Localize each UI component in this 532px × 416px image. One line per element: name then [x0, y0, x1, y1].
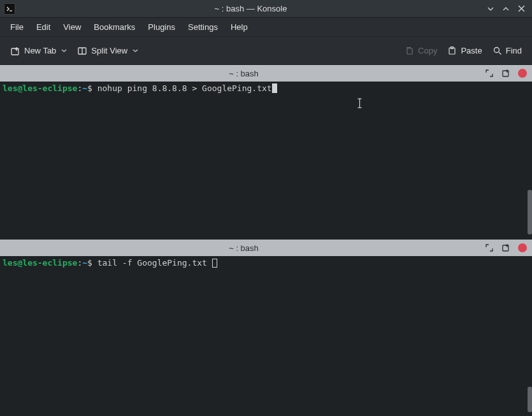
search-icon — [492, 46, 502, 55]
svg-line-12 — [499, 52, 501, 55]
terminal-pane-2[interactable]: les@les-eclipse:~$ tail -f GooglePing.tx… — [0, 256, 532, 416]
text-cursor — [272, 83, 277, 93]
menu-edit[interactable]: Edit — [30, 19, 57, 35]
menu-bookmarks[interactable]: Bookmarks — [87, 19, 141, 35]
copy-icon — [405, 46, 414, 55]
app-icon — [4, 3, 15, 15]
pane2-close-icon[interactable] — [517, 242, 528, 254]
toolbar: New Tab Split View Copy Paste Find — [0, 37, 532, 65]
prompt-dollar: $ — [87, 258, 97, 268]
scrollbar-thumb[interactable] — [528, 387, 532, 412]
prompt-userhost: les@les-eclipse — [3, 258, 77, 268]
maximize-button[interactable] — [499, 2, 513, 16]
split-view-label: Split View — [91, 46, 127, 55]
prompt-line: les@les-eclipse:~$ tail -f GooglePing.tx… — [3, 257, 529, 269]
pane2-header[interactable]: ~ : bash — [0, 240, 532, 256]
split-view-icon — [77, 46, 87, 56]
pane1-close-icon[interactable] — [517, 68, 528, 79]
new-tab-button[interactable]: New Tab — [5, 42, 72, 60]
paste-button[interactable]: Paste — [442, 42, 487, 59]
close-button[interactable] — [514, 2, 528, 16]
svg-rect-8 — [407, 48, 412, 54]
menu-settings[interactable]: Settings — [182, 19, 224, 35]
pane1-maximize-icon[interactable] — [484, 68, 495, 79]
find-label: Find — [506, 46, 522, 55]
split-view-button[interactable]: Split View — [72, 42, 143, 60]
pane2-maximize-icon[interactable] — [484, 242, 495, 254]
prompt-line: les@les-eclipse:~$ nohup ping 8.8.8.8 > … — [3, 83, 529, 94]
minimize-button[interactable] — [484, 2, 498, 16]
menu-plugins[interactable]: Plugins — [141, 19, 182, 35]
pane1-title: ~ : bash — [4, 69, 484, 78]
copy-button[interactable]: Copy — [399, 42, 442, 59]
chevron-down-icon — [61, 48, 67, 54]
prompt-dollar: $ — [87, 83, 97, 93]
menu-file[interactable]: File — [4, 19, 30, 35]
command-text: tail -f GooglePing.txt — [97, 258, 212, 268]
prompt-path: ~ — [82, 83, 87, 93]
menu-help[interactable]: Help — [224, 19, 254, 35]
paste-label: Paste — [461, 46, 482, 55]
chevron-down-icon — [133, 48, 138, 54]
svg-rect-19 — [503, 245, 508, 251]
prompt-userhost: les@les-eclipse — [3, 83, 77, 93]
prompt-path: ~ — [82, 258, 87, 268]
menu-bar: File Edit View Bookmarks Plugins Setting… — [0, 18, 532, 37]
copy-label: Copy — [418, 46, 437, 55]
menu-view[interactable]: View — [57, 19, 87, 35]
pane1-header[interactable]: ~ : bash — [0, 65, 532, 82]
title-bar: ~ : bash — Konsole — [0, 0, 532, 18]
new-tab-icon — [10, 46, 20, 56]
svg-rect-13 — [503, 71, 508, 76]
command-text: nohup ping 8.8.8.8 > GooglePing.txt — [97, 83, 272, 93]
scrollbar-thumb[interactable] — [528, 190, 532, 234]
pane2-title: ~ : bash — [4, 243, 484, 253]
paste-icon — [447, 46, 457, 55]
ibeam-cursor-icon — [357, 97, 358, 109]
terminal-pane-1[interactable]: les@les-eclipse:~$ nohup ping 8.8.8.8 > … — [0, 82, 532, 240]
find-button[interactable]: Find — [487, 42, 527, 59]
svg-point-11 — [494, 48, 499, 53]
pane1-newtab-icon[interactable] — [500, 68, 512, 79]
pane2-newtab-icon[interactable] — [500, 242, 512, 254]
text-cursor — [212, 259, 217, 268]
new-tab-label: New Tab — [24, 46, 56, 55]
window-title: ~ : bash — Konsole — [19, 4, 482, 13]
